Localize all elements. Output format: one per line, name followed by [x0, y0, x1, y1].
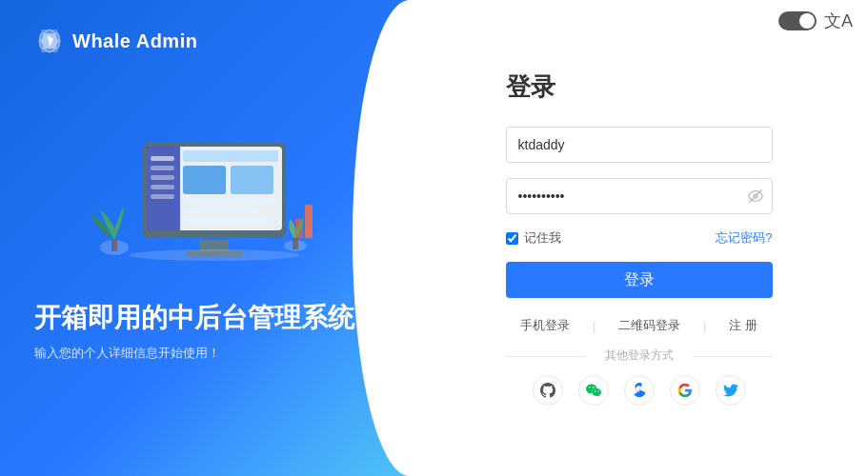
github-icon[interactable]	[533, 375, 563, 406]
twitter-icon[interactable]	[716, 375, 746, 406]
svg-rect-12	[151, 194, 174, 199]
password-group	[506, 178, 773, 214]
login-button[interactable]: 登录	[506, 262, 773, 298]
divider-2: |	[703, 319, 706, 333]
svg-rect-8	[151, 156, 174, 161]
logo-icon	[34, 26, 65, 56]
password-toggle-button[interactable]	[748, 188, 763, 204]
logo-area: Whale Admin	[34, 26, 197, 56]
svg-rect-14	[183, 166, 226, 194]
top-right-controls: 文A	[778, 10, 853, 32]
svg-point-25	[129, 249, 300, 261]
left-panel: Whale Admin	[0, 0, 410, 476]
register-item[interactable]: 注 册	[721, 313, 765, 338]
remember-checkbox[interactable]	[506, 232, 518, 245]
username-group	[506, 127, 773, 163]
svg-rect-9	[151, 166, 174, 170]
right-panel: 登录 记住我 忘记密码? 登录 手机登录 |	[410, 0, 868, 476]
login-form: 登录 记住我 忘记密码? 登录 手机登录 |	[506, 70, 773, 406]
phone-login-item[interactable]: 手机登录	[513, 313, 577, 338]
username-input[interactable]	[506, 127, 773, 163]
left-content: 开箱即用的中后台管理系统 输入您的个人详细信息开始使用！	[34, 301, 354, 362]
hero-subtitle: 输入您的个人详细信息开始使用！	[34, 345, 354, 362]
form-title: 登录	[506, 70, 773, 104]
alt-login-row: 手机登录 | 二维码登录 | 注 册	[506, 313, 773, 338]
divider-1: |	[593, 319, 595, 333]
illustration	[48, 76, 353, 286]
social-icons	[506, 375, 773, 406]
dark-mode-toggle[interactable]	[778, 11, 817, 30]
google-icon[interactable]	[670, 375, 700, 406]
svg-rect-10	[151, 175, 174, 180]
qr-login-item[interactable]: 二维码登录	[611, 313, 688, 338]
svg-rect-22	[305, 205, 313, 238]
wechat-icon[interactable]	[578, 375, 609, 406]
other-login-label: 其他登录方式	[506, 347, 773, 364]
svg-rect-24	[293, 238, 298, 249]
svg-rect-17	[183, 208, 259, 213]
svg-rect-16	[183, 198, 273, 204]
language-icon[interactable]: 文A	[824, 10, 853, 32]
remember-label[interactable]: 记住我	[506, 229, 561, 247]
remember-row: 记住我 忘记密码?	[506, 229, 773, 247]
forgot-password-link[interactable]: 忘记密码?	[716, 229, 772, 247]
password-input[interactable]	[506, 178, 773, 214]
hero-title: 开箱即用的中后台管理系统	[34, 301, 354, 335]
svg-rect-15	[231, 166, 273, 194]
svg-rect-4	[111, 240, 117, 251]
svg-rect-13	[183, 150, 278, 162]
svg-rect-18	[183, 217, 269, 223]
remember-text: 记住我	[524, 229, 561, 247]
logo-text: Whale Admin	[72, 30, 197, 52]
monitor-illustration	[86, 86, 314, 276]
svg-rect-11	[151, 185, 174, 189]
toggle-circle	[799, 13, 815, 29]
alipay-icon[interactable]	[624, 375, 655, 406]
